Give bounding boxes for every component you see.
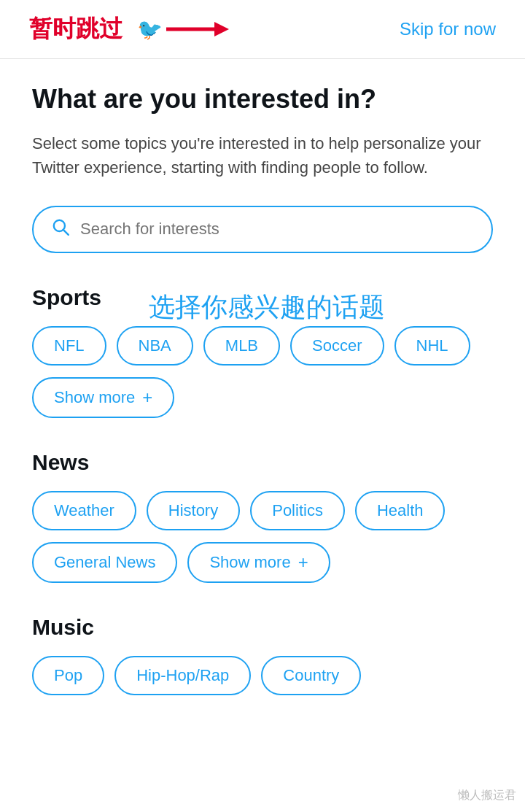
- sports-section: Sports 选择你感兴趣的话题 NFL NBA MLB Soccer NHL …: [32, 285, 493, 418]
- sports-show-more-row: Show more +: [32, 377, 493, 418]
- tag-history[interactable]: History: [147, 491, 240, 530]
- tag-country[interactable]: Country: [261, 656, 361, 695]
- tag-health[interactable]: Health: [355, 491, 446, 530]
- header: 暂时跳过 🐦 Skip for now: [0, 0, 525, 59]
- tag-nfl[interactable]: NFL: [32, 326, 106, 366]
- sports-tags-row: NFL NBA MLB Soccer NHL: [32, 326, 493, 366]
- tag-politics[interactable]: Politics: [250, 491, 345, 530]
- arrow-container: 🐦: [136, 16, 230, 42]
- red-arrow-icon: 🐦: [136, 16, 230, 42]
- tag-weather[interactable]: Weather: [32, 491, 136, 530]
- plus-icon: +: [142, 387, 152, 408]
- music-section-title: Music: [32, 615, 493, 640]
- sports-show-more-label: Show more: [54, 388, 135, 407]
- watermark: 懒人搬运君: [458, 788, 516, 803]
- news-section-title: News: [32, 450, 493, 475]
- sports-section-title: Sports: [32, 285, 493, 310]
- news-show-more-label: Show more: [209, 553, 290, 572]
- tag-general-news[interactable]: General News: [32, 542, 177, 583]
- tag-pop[interactable]: Pop: [32, 656, 104, 695]
- sports-show-more-button[interactable]: Show more +: [32, 377, 174, 418]
- main-content: What are you interested in? Select some …: [0, 59, 525, 751]
- page-description: Select some topics you're interested in …: [32, 131, 493, 179]
- tag-soccer[interactable]: Soccer: [290, 326, 384, 366]
- sports-header-area: Sports 选择你感兴趣的话题: [32, 285, 493, 310]
- chinese-skip-label: 暂时跳过: [29, 13, 122, 45]
- svg-text:🐦: 🐦: [137, 18, 163, 42]
- svg-line-4: [63, 230, 69, 235]
- search-input[interactable]: [80, 220, 474, 239]
- tag-nba[interactable]: NBA: [117, 326, 193, 366]
- tag-hiphop-rap[interactable]: Hip-Hop/Rap: [114, 656, 251, 695]
- news-section: News Weather History Politics Health Gen…: [32, 450, 493, 583]
- tag-nhl[interactable]: NHL: [394, 326, 470, 366]
- header-left: 暂时跳过 🐦: [29, 13, 230, 45]
- music-tags-row: Pop Hip-Hop/Rap Country: [32, 656, 493, 695]
- news-plus-icon: +: [298, 552, 308, 573]
- svg-marker-2: [214, 22, 229, 36]
- news-second-row: General News Show more +: [32, 542, 493, 583]
- news-tags-row: Weather History Politics Health: [32, 491, 493, 530]
- search-bar: [32, 206, 493, 253]
- search-icon: [51, 217, 70, 241]
- music-section: Music Pop Hip-Hop/Rap Country: [32, 615, 493, 695]
- page-title: What are you interested in?: [32, 82, 493, 117]
- skip-for-now-link[interactable]: Skip for now: [400, 19, 496, 39]
- news-show-more-button[interactable]: Show more +: [187, 542, 330, 583]
- tag-mlb[interactable]: MLB: [203, 326, 280, 366]
